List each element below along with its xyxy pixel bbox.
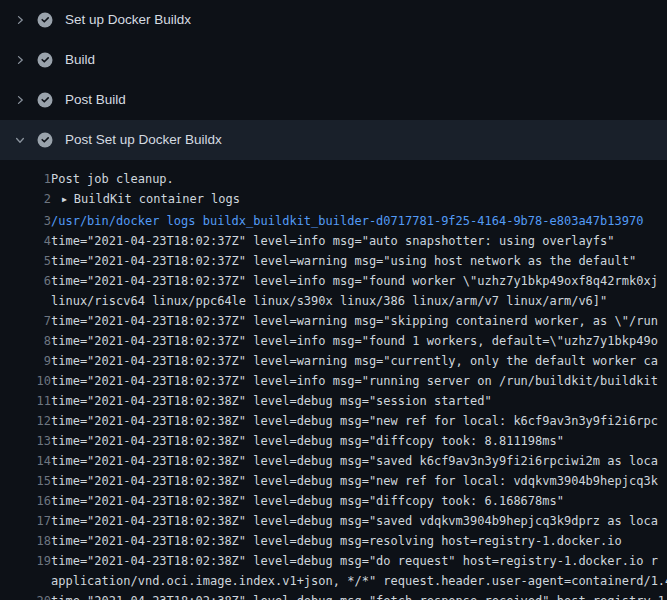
log-row: 6 ▶ time="2021-04-23T18:02:37Z" level=in…: [0, 271, 667, 291]
log-line-number[interactable]: 11: [0, 391, 51, 411]
log-line-number[interactable]: 4: [0, 231, 51, 251]
log-panel: 1 ▶ Post job cleanup. 2 ▶ BuildKit conta…: [0, 160, 667, 600]
log-row: 11 ▶ time="2021-04-23T18:02:38Z" level=d…: [0, 391, 667, 411]
log-line-number[interactable]: 5: [0, 251, 51, 271]
log-row: 3 ▶ /usr/bin/docker logs buildx_buildkit…: [0, 211, 667, 231]
log-line-text: time="2021-04-23T18:02:38Z" level=debug …: [51, 471, 658, 491]
log-line-text: time="2021-04-23T18:02:37Z" level=info m…: [51, 331, 658, 351]
step-label: Build: [65, 52, 95, 68]
chevron-down-icon: [13, 133, 27, 147]
log-line-text: time="2021-04-23T18:02:38Z" level=debug …: [51, 431, 564, 451]
log-line-number[interactable]: 19: [0, 551, 51, 571]
group-toggle-icon[interactable]: ▶: [62, 190, 67, 210]
check-circle-icon: [37, 12, 53, 28]
log-line-text: time="2021-04-23T18:02:38Z" level=debug …: [51, 531, 622, 551]
chevron-right-icon: [13, 13, 27, 27]
check-circle-icon: [37, 92, 53, 108]
log-row: 20 ▶ time="2021-04-23T18:02:38Z" level=d…: [0, 591, 667, 600]
log-line-number[interactable]: 8: [0, 331, 51, 351]
log-row: 4 ▶ time="2021-04-23T18:02:37Z" level=in…: [0, 231, 667, 251]
log-line-text: time="2021-04-23T18:02:37Z" level=info m…: [51, 371, 658, 391]
log-row[interactable]: 2 ▶ BuildKit container logs: [0, 189, 667, 211]
log-line-text: Post job cleanup.: [51, 169, 174, 189]
check-circle-icon: [37, 132, 53, 148]
step-row-set-up-docker-buildx[interactable]: Set up Docker Buildx: [0, 0, 667, 40]
log-line-number[interactable]: 10: [0, 371, 51, 391]
step-label: Post Build: [65, 92, 126, 108]
log-row: 13 ▶ time="2021-04-23T18:02:38Z" level=d…: [0, 431, 667, 451]
log-line-number[interactable]: 3: [0, 211, 51, 231]
log-row: 16 ▶ time="2021-04-23T18:02:38Z" level=d…: [0, 491, 667, 511]
log-row: 18 ▶ time="2021-04-23T18:02:38Z" level=d…: [0, 531, 667, 551]
log-line-text: BuildKit container logs: [74, 189, 240, 209]
log-row: 7 ▶ time="2021-04-23T18:02:37Z" level=wa…: [0, 311, 667, 331]
log-row: 15 ▶ time="2021-04-23T18:02:38Z" level=d…: [0, 471, 667, 491]
log-line-text: time="2021-04-23T18:02:38Z" level=debug …: [51, 551, 658, 571]
log-line-text: linux/riscv64 linux/ppc64le linux/s390x …: [51, 291, 607, 311]
log-line-number[interactable]: 14: [0, 451, 51, 471]
log-line-number[interactable]: 16: [0, 491, 51, 511]
actions-log-viewer: Set up Docker Buildx Build Post Build Po…: [0, 0, 667, 600]
step-label: Set up Docker Buildx: [65, 12, 191, 28]
log-line-text: time="2021-04-23T18:02:38Z" level=debug …: [51, 511, 658, 531]
log-line-text: time="2021-04-23T18:02:38Z" level=debug …: [51, 411, 658, 431]
log-line-text: time="2021-04-23T18:02:37Z" level=warnin…: [51, 351, 658, 371]
chevron-right-icon: [13, 53, 27, 67]
log-line-text: time="2021-04-23T18:02:38Z" level=debug …: [51, 451, 658, 471]
log-line-text: time="2021-04-23T18:02:37Z" level=warnin…: [51, 251, 636, 271]
log-row: 1 ▶ Post job cleanup.: [0, 169, 667, 189]
log-row: 8 ▶ time="2021-04-23T18:02:37Z" level=in…: [0, 331, 667, 351]
log-line-number[interactable]: 7: [0, 311, 51, 331]
log-row: 9 ▶ time="2021-04-23T18:02:37Z" level=wa…: [0, 351, 667, 371]
log-row: 12 ▶ time="2021-04-23T18:02:38Z" level=d…: [0, 411, 667, 431]
log-line-text: time="2021-04-23T18:02:38Z" level=debug …: [51, 591, 667, 600]
log-line-number[interactable]: 6: [0, 271, 51, 291]
log-line-number[interactable]: 18: [0, 531, 51, 551]
log-row: 19 ▶ time="2021-04-23T18:02:38Z" level=d…: [0, 551, 667, 571]
log-line-text: time="2021-04-23T18:02:37Z" level=warnin…: [51, 311, 658, 331]
chevron-right-icon: [13, 93, 27, 107]
log-line-number[interactable]: 15: [0, 471, 51, 491]
step-row-build[interactable]: Build: [0, 40, 667, 80]
log-row: 14 ▶ time="2021-04-23T18:02:38Z" level=d…: [0, 451, 667, 471]
log-line-text: application/vnd.oci.image.index.v1+json,…: [51, 571, 667, 591]
log-row: 17 ▶ time="2021-04-23T18:02:38Z" level=d…: [0, 511, 667, 531]
log-line-number[interactable]: 20: [0, 591, 51, 600]
log-line-number[interactable]: 12: [0, 411, 51, 431]
step-label: Post Set up Docker Buildx: [65, 132, 222, 148]
log-row: 5 ▶ time="2021-04-23T18:02:37Z" level=wa…: [0, 251, 667, 271]
log-line-number[interactable]: 1: [0, 169, 51, 189]
log-line-number[interactable]: 17: [0, 511, 51, 531]
log-line-number[interactable]: 9: [0, 351, 51, 371]
log-row: ▶ application/vnd.oci.image.index.v1+jso…: [0, 571, 667, 591]
log-line-number[interactable]: 13: [0, 431, 51, 451]
log-row: 10 ▶ time="2021-04-23T18:02:37Z" level=i…: [0, 371, 667, 391]
log-line-text: time="2021-04-23T18:02:38Z" level=debug …: [51, 491, 564, 511]
log-row: ▶ linux/riscv64 linux/ppc64le linux/s390…: [0, 291, 667, 311]
log-line-text: time="2021-04-23T18:02:38Z" level=debug …: [51, 391, 492, 411]
log-line-text: /usr/bin/docker logs buildx_buildkit_bui…: [51, 211, 643, 231]
log-line-number[interactable]: 2: [0, 189, 51, 209]
step-row-post-set-up-docker-buildx[interactable]: Post Set up Docker Buildx: [0, 120, 667, 160]
log-line-text: time="2021-04-23T18:02:37Z" level=info m…: [51, 231, 615, 251]
log-line-text: time="2021-04-23T18:02:37Z" level=info m…: [51, 271, 658, 291]
check-circle-icon: [37, 52, 53, 68]
step-row-post-build[interactable]: Post Build: [0, 80, 667, 120]
